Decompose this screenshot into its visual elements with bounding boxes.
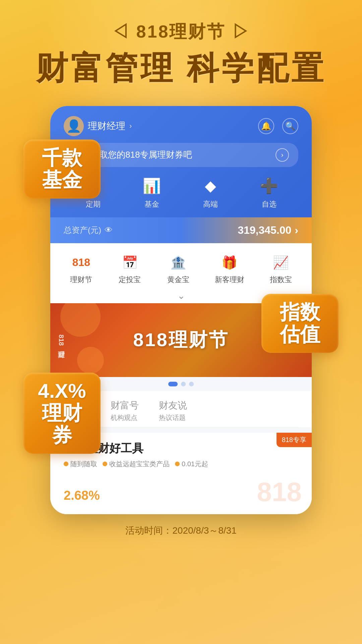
festival-icon: 818	[69, 253, 93, 272]
nav-label-dingqi: 定期	[86, 199, 101, 209]
main-headline: 财富管理 科学配置	[0, 50, 362, 86]
tab-caiyoushuo[interactable]: 财友说 热议话题	[159, 399, 187, 427]
search-icon[interactable]: 🔍	[282, 118, 298, 134]
rate-value: 2.68	[64, 488, 88, 502]
second-label-licaijie: 理财节	[70, 275, 92, 285]
activity-time: 活动时间：2020/8/3～8/31	[0, 524, 362, 537]
tab-caifuhao-sub: 机构观点	[111, 413, 139, 422]
tab-caifuhao-label: 财富号	[111, 399, 139, 412]
badge-qiankuan: 千款 基金	[23, 140, 101, 199]
asset-value: 319,345.00 ›	[238, 224, 298, 236]
tab-caiyoushuo-label: 财友说	[159, 399, 187, 412]
coupon-arrow-icon: ›	[276, 148, 289, 162]
header-top-bar: 👤 理财经理 › 🔔 🔍	[64, 116, 298, 136]
card-tag-3: 0.01元起	[175, 460, 208, 469]
rate-unit: %	[88, 488, 100, 502]
festival-title: ◁ 818理财节 ▷	[0, 20, 362, 44]
banner-deco-2	[77, 347, 104, 374]
second-nav: 818 理财节 📅 定投宝 🏦 黄金宝 🎁 新客理财 📈 指数宝	[50, 243, 312, 288]
zhishubao-icon: 📈	[269, 253, 293, 272]
tag-dot-1	[64, 462, 68, 466]
badge-zhishu-text: 指数 估值	[271, 301, 329, 345]
footer: 活动时间：2020/8/3～8/31	[0, 514, 362, 544]
tag-dot-3	[175, 462, 180, 466]
second-label-zhishubao: 指数宝	[270, 275, 292, 285]
user-name-label: 理财经理	[88, 120, 125, 132]
tag-text-2: 收益远超宝宝类产品	[109, 460, 170, 469]
nav-icon-chart: 📊	[141, 175, 163, 197]
header-icons: 🔔 🔍	[258, 118, 298, 134]
tab-caifuhao[interactable]: 财富号 机构观点	[111, 399, 139, 427]
nav-icon-diamond: ◆	[200, 175, 221, 197]
second-nav-huangjinbao[interactable]: 🏦 黄金宝	[166, 253, 190, 285]
avatar: 👤	[64, 116, 84, 136]
nav-label-zixuan: 自选	[262, 199, 277, 209]
card-tag-1: 随到随取	[64, 460, 97, 469]
second-label-dingtoubo: 定投宝	[119, 275, 141, 285]
watermark-818: 818	[257, 477, 302, 507]
header-user[interactable]: 👤 理财经理 ›	[64, 116, 132, 136]
tag-text-3: 0.01元起	[182, 460, 208, 469]
dingtoubo-icon: 📅	[118, 253, 142, 272]
banner-title: 818理财节	[133, 327, 229, 353]
badge-zhishu: 指数 估值	[261, 294, 339, 353]
user-chevron-icon: ›	[129, 122, 132, 130]
asset-chevron-icon: ›	[295, 224, 298, 236]
badge-licaiquan-text: 4.X% 理财券	[33, 380, 91, 446]
asset-label: 总资产(元) 👁	[64, 225, 113, 235]
card-tag-2: 收益远超宝宝类产品	[103, 460, 170, 469]
second-label-huangjinbao: 黄金宝	[167, 275, 189, 285]
exclusive-badge: 818专享	[277, 433, 312, 447]
nav-item-jijin[interactable]: 📊 基金	[141, 175, 163, 209]
tag-dot-2	[103, 462, 107, 466]
huangjinbao-icon: 🏦	[166, 253, 190, 272]
avatar-icon: 👤	[66, 119, 81, 133]
banner-deco-1	[60, 303, 101, 337]
banner-side-label: 818理财	[57, 334, 66, 345]
second-nav-xinkelijai[interactable]: 🎁 新客理财	[215, 253, 244, 285]
phone-mockup-container: 千款 基金 指数 估值 4.X% 理财券 👤 理财经理 ›	[50, 106, 312, 514]
xinkelicai-icon: 🎁	[218, 253, 242, 272]
tag-text-1: 随到随取	[70, 460, 97, 469]
second-nav-dingtoubo[interactable]: 📅 定投宝	[118, 253, 142, 285]
nav-label-jijin: 基金	[144, 199, 159, 209]
eye-icon[interactable]: 👁	[105, 225, 113, 235]
nav-item-zixuan[interactable]: ➕ 自选	[258, 175, 280, 209]
dot-1[interactable]	[168, 382, 178, 386]
nav-icon-add: ➕	[258, 175, 280, 197]
dot-3[interactable]	[189, 382, 194, 386]
nav-item-gaoduan[interactable]: ◆ 高端	[200, 175, 221, 209]
dot-2[interactable]	[181, 382, 186, 386]
nav-label-gaoduan: 高端	[203, 199, 218, 209]
second-nav-zhishubao[interactable]: 📈 指数宝	[269, 253, 293, 285]
asset-row: 总资产(元) 👁 319,345.00 ›	[50, 217, 312, 243]
second-label-xinkelicai: 新客理财	[215, 275, 244, 285]
badge-qiankuan-text: 千款 基金	[33, 147, 91, 191]
card-tags: 随到随取 收益远超宝宝类产品 0.01元起	[64, 460, 298, 469]
second-nav-licaijie[interactable]: 818 理财节	[69, 253, 93, 285]
badge-licaiquan: 4.X% 理财券	[23, 373, 101, 454]
notification-icon[interactable]: 🔔	[258, 118, 274, 134]
banner-content: 818理财节	[133, 327, 229, 353]
tab-caiyoushuo-sub: 热议话题	[159, 413, 187, 422]
